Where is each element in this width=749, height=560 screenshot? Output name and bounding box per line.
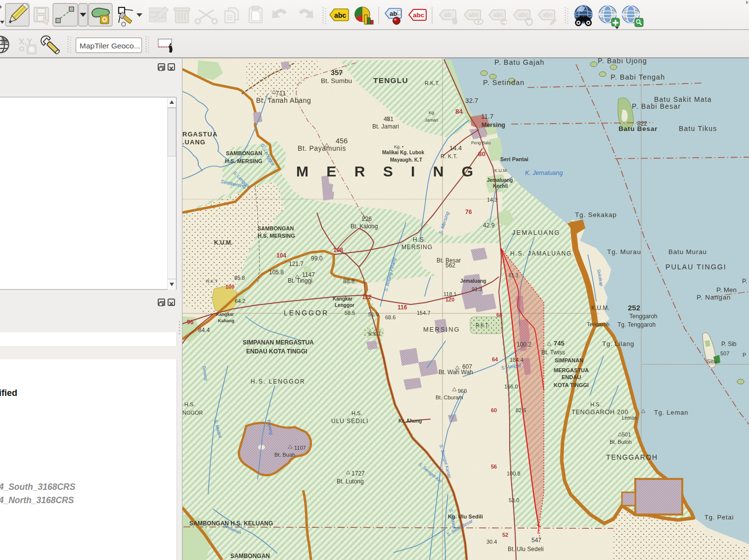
svg-text:abc: abc (493, 11, 504, 18)
svg-text:abc: abc (543, 11, 553, 18)
svg-text:MapTiler Geoco...: MapTiler Geoco... (80, 42, 140, 50)
svg-text:ab: ab (390, 10, 397, 17)
svg-text:abc: abc (518, 11, 529, 18)
svg-text:abc: abc (469, 11, 479, 18)
svg-text:abc: abc (334, 11, 346, 19)
svg-text:abc: abc (413, 11, 425, 19)
svg-text:ab: ab (444, 11, 451, 18)
